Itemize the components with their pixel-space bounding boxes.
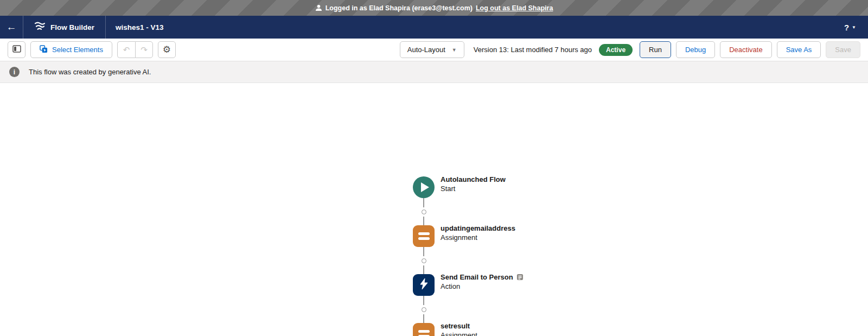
- connector: [422, 198, 426, 225]
- logout-link[interactable]: Log out as Elad Shapira: [476, 4, 553, 12]
- connector: [422, 296, 426, 323]
- node-title: Send Email to Person: [441, 273, 524, 281]
- node-label: Autolaunched Flow Start: [441, 175, 506, 193]
- login-status-text: Logged in as Elad Shapira (erase3@test.c…: [326, 4, 473, 12]
- action-node-icon: [413, 274, 435, 296]
- person-icon: [315, 4, 322, 11]
- lightning-icon: [418, 278, 429, 292]
- panel-toggle-icon: [12, 45, 21, 54]
- redo-button[interactable]: ↷: [135, 41, 153, 58]
- status-badge: Active: [599, 44, 633, 56]
- login-status-bar: Logged in as Elad Shapira (erase3@test.c…: [0, 0, 868, 16]
- undo-button[interactable]: ↶: [117, 41, 135, 58]
- redo-icon: ↷: [141, 45, 148, 55]
- flow-node-setresult[interactable]: setresult Assignment: [413, 323, 435, 336]
- flow-title-label: wishes1 - V13: [106, 16, 174, 39]
- app-title: Flow Builder: [23, 16, 105, 39]
- save-button[interactable]: Save: [826, 41, 860, 58]
- run-button[interactable]: Run: [640, 41, 671, 58]
- add-element-button[interactable]: [422, 307, 426, 312]
- add-element-button[interactable]: [422, 258, 426, 263]
- connector: [422, 247, 426, 274]
- layout-dropdown[interactable]: Auto-Layout ▼: [400, 41, 464, 58]
- chevron-down-icon: ▼: [452, 47, 457, 53]
- assignment-node-icon: [413, 323, 435, 336]
- save-as-button[interactable]: Save As: [777, 41, 821, 58]
- flow-node-send-email[interactable]: Send Email to Person Action: [413, 274, 435, 296]
- node-label: Send Email to Person Action: [441, 273, 524, 290]
- select-elements-label: Select Elements: [52, 46, 103, 54]
- description-icon[interactable]: [516, 274, 524, 281]
- node-title: setresult: [441, 322, 477, 330]
- node-label: setresult Assignment: [441, 322, 477, 336]
- node-subtitle: Start: [441, 185, 506, 193]
- banner-text: This flow was created by generative AI.: [29, 68, 151, 76]
- gear-icon: ⚙: [163, 45, 171, 54]
- generative-ai-banner: i This flow was created by generative AI…: [0, 61, 868, 83]
- select-elements-icon: [40, 45, 48, 55]
- flow-toolbar: Select Elements ↶ ↷ ⚙ Auto-Layout ▼ Vers…: [0, 39, 868, 61]
- flow-column: Autolaunched Flow Start updatingemailadd…: [413, 176, 435, 336]
- flow-node-updatingemailaddress[interactable]: updatingemailaddress Assignment: [413, 225, 435, 247]
- node-subtitle: Assignment: [441, 331, 477, 336]
- node-title-text: Send Email to Person: [441, 273, 513, 281]
- add-element-button[interactable]: [422, 210, 426, 214]
- version-status-text: Version 13: Last modified 7 hours ago: [474, 46, 592, 54]
- undo-icon: ↶: [123, 45, 130, 55]
- layout-dropdown-value: Auto-Layout: [407, 46, 445, 54]
- node-title: updatingemailaddress: [441, 224, 515, 232]
- node-title: Autolaunched Flow: [441, 175, 506, 183]
- flow-builder-header: ← Flow Builder wishes1 - V13 ? ▼: [0, 16, 868, 39]
- deactivate-button[interactable]: Deactivate: [720, 41, 771, 58]
- node-subtitle: Action: [441, 282, 524, 290]
- start-node-icon: [413, 176, 435, 198]
- play-icon: [421, 182, 429, 192]
- help-menu-button[interactable]: ? ▼: [844, 16, 868, 39]
- node-subtitle: Assignment: [441, 233, 515, 242]
- equals-icon: [418, 232, 430, 240]
- flow-node-start[interactable]: Autolaunched Flow Start: [413, 176, 435, 198]
- app-name-label: Flow Builder: [50, 23, 94, 31]
- assignment-node-icon: [413, 225, 435, 247]
- back-button[interactable]: ←: [0, 16, 23, 39]
- flow-settings-button[interactable]: ⚙: [158, 41, 176, 58]
- node-label: updatingemailaddress Assignment: [441, 224, 515, 242]
- select-elements-button[interactable]: Select Elements: [30, 41, 112, 58]
- flow-canvas[interactable]: Autolaunched Flow Start updatingemailadd…: [0, 83, 868, 336]
- flow-builder-logo-icon: [34, 22, 45, 33]
- toggle-panel-button[interactable]: [8, 41, 25, 58]
- info-icon: i: [9, 67, 20, 77]
- equals-icon: [418, 330, 430, 336]
- help-icon: ?: [844, 23, 849, 32]
- back-arrow-icon: ←: [7, 21, 17, 33]
- chevron-down-icon: ▼: [852, 25, 856, 30]
- debug-button[interactable]: Debug: [676, 41, 715, 58]
